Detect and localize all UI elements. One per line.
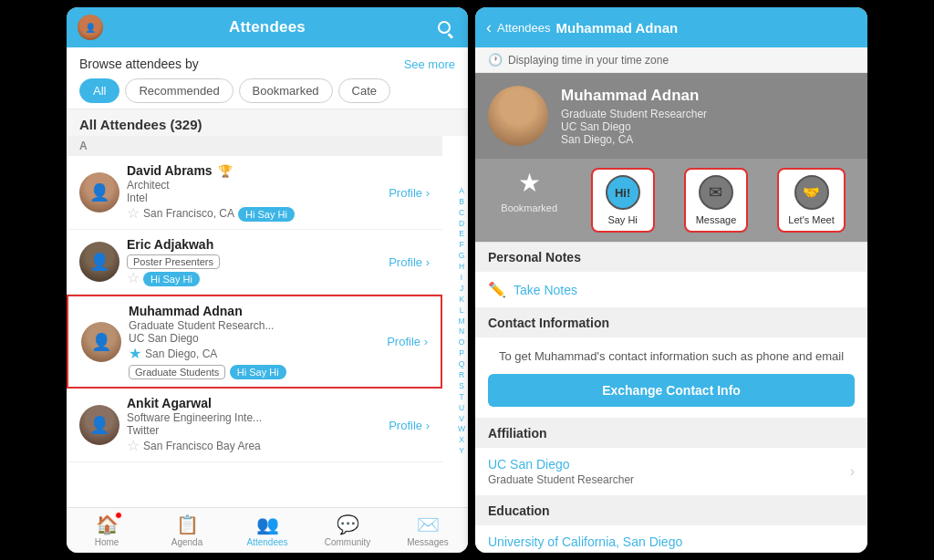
- say-hi-button[interactable]: Hi Say Hi: [238, 207, 295, 222]
- alpha-o[interactable]: O: [457, 337, 466, 348]
- alpha-p[interactable]: P: [457, 348, 466, 359]
- profile-link[interactable]: Profile ›: [387, 335, 428, 348]
- attendee-title: Architect: [127, 179, 381, 192]
- nav-messages[interactable]: ✉️ Messages: [388, 508, 468, 553]
- trophy-icon: 🏆: [218, 164, 233, 178]
- alpha-h[interactable]: H: [457, 262, 466, 273]
- browse-section: Browse attendees by See more All Recomme…: [67, 47, 468, 109]
- profile-location: San Diego, CA: [561, 133, 707, 146]
- affiliation-org-link[interactable]: UC San Diego: [488, 457, 634, 472]
- lets-meet-action[interactable]: 🤝 Let's Meet: [777, 168, 845, 233]
- bookmark-star[interactable]: ★: [129, 345, 141, 362]
- alpha-s[interactable]: S: [457, 381, 466, 392]
- alpha-y[interactable]: Y: [457, 446, 466, 457]
- tab-cate[interactable]: Cate: [338, 78, 390, 103]
- bookmark-action[interactable]: ★ Bookmarked: [497, 168, 561, 233]
- alpha-g[interactable]: G: [457, 251, 466, 262]
- attendees-count: All Attendees (329): [67, 109, 468, 136]
- search-button[interactable]: [431, 15, 457, 40]
- alpha-i[interactable]: I: [457, 273, 466, 284]
- profile-link[interactable]: Profile ›: [389, 419, 430, 432]
- alpha-l[interactable]: L: [457, 306, 466, 316]
- profile-link[interactable]: Profile ›: [389, 255, 430, 269]
- attendee-info: Muhammad Adnan Graduate Student Research…: [121, 304, 387, 379]
- profile-job-title: Graduate Student Researcher: [561, 108, 707, 120]
- profile-body: Personal Notes ✏️ Take Notes Contact Inf…: [475, 243, 867, 553]
- profile-avatar: [488, 86, 548, 146]
- user-avatar[interactable]: 👤: [78, 15, 103, 40]
- message-label: Message: [696, 214, 737, 225]
- alpha-c[interactable]: C: [457, 208, 466, 219]
- profile-top-bar: ‹ Attendees Muhammad Adnan: [475, 7, 867, 47]
- tab-all[interactable]: All: [79, 78, 119, 103]
- attendee-name: Ankit Agarwal: [127, 396, 212, 410]
- alpha-f[interactable]: F: [457, 240, 466, 251]
- say-hi-button[interactable]: Hi Say Hi: [143, 272, 200, 286]
- say-hi-icon: Hi!: [606, 175, 640, 210]
- pencil-icon: ✏️: [488, 281, 506, 298]
- say-hi-label: Say Hi: [607, 214, 637, 225]
- alpha-d[interactable]: D: [457, 219, 466, 230]
- attendee-name: Eric Adjakwah: [127, 237, 213, 252]
- alpha-v[interactable]: V: [457, 414, 466, 425]
- profile-header: Muhammad Adnan Graduate Student Research…: [475, 73, 867, 159]
- say-hi-button[interactable]: Hi Say Hi: [230, 365, 286, 379]
- nav-agenda-label: Agenda: [171, 537, 202, 547]
- take-notes-row: ✏️ Take Notes: [475, 272, 867, 308]
- alpha-t[interactable]: T: [457, 392, 466, 403]
- filter-tabs: All Recommended Bookmarked Cate: [79, 78, 455, 103]
- attendee-title: Software Engineering Inte...: [127, 411, 381, 424]
- back-button[interactable]: ‹ Attendees: [486, 19, 551, 36]
- profile-screen: ‹ Attendees Muhammad Adnan 🕐 Displaying …: [475, 7, 867, 553]
- lets-meet-label: Let's Meet: [788, 214, 834, 225]
- back-label: Attendees: [497, 21, 551, 35]
- alpha-w[interactable]: W: [457, 424, 466, 435]
- take-notes-button[interactable]: Take Notes: [514, 283, 577, 297]
- alpha-header-a: A: [67, 136, 442, 156]
- chevron-right-icon: ›: [850, 463, 855, 480]
- alpha-x[interactable]: X: [457, 435, 466, 446]
- profile-avatar-img: [488, 86, 548, 146]
- nav-home[interactable]: 🏠 Home: [67, 508, 147, 553]
- say-hi-action[interactable]: Hi! Say Hi: [591, 168, 655, 233]
- attendee-name: David Abrams: [127, 163, 213, 178]
- personal-notes-header: Personal Notes: [475, 243, 867, 272]
- list-item: 👤 David Abrams 🏆 Architect Intel ☆ San F…: [67, 156, 442, 230]
- profile-link[interactable]: Profile ›: [389, 186, 430, 200]
- tab-bookmarked[interactable]: Bookmarked: [239, 78, 333, 103]
- timezone-text: Displaying time in your time zone: [508, 54, 669, 67]
- exchange-contact-button[interactable]: Exchange Contact Info: [488, 374, 855, 407]
- see-more-link[interactable]: See more: [404, 57, 455, 71]
- bookmark-star[interactable]: ☆: [127, 269, 140, 286]
- attendees-screen: 👤 Attendees Browse attendees by See more…: [67, 7, 468, 553]
- tab-recommended[interactable]: Recommended: [125, 78, 233, 103]
- affiliation-role: Graduate Student Researcher: [488, 473, 634, 486]
- alpha-e[interactable]: E: [457, 229, 466, 240]
- alpha-k[interactable]: K: [457, 295, 466, 306]
- nav-agenda[interactable]: 📋 Agenda: [147, 508, 227, 553]
- profile-header-info: Muhammad Adnan Graduate Student Research…: [561, 87, 707, 146]
- education-university-link[interactable]: University of California, San Diego: [475, 525, 867, 553]
- bookmark-star[interactable]: ☆: [127, 204, 140, 222]
- browse-label: Browse attendees by: [79, 57, 199, 71]
- bookmark-star[interactable]: ☆: [127, 437, 140, 454]
- bottom-nav: 🏠 Home 📋 Agenda 👥 Attendees 💬 Community …: [67, 507, 468, 553]
- alpha-b[interactable]: B: [457, 197, 466, 208]
- timezone-bar: 🕐 Displaying time in your time zone: [475, 47, 867, 73]
- attendee-company: Twitter: [127, 424, 381, 437]
- alpha-u[interactable]: U: [457, 403, 466, 414]
- attendee-info: Eric Adjakwah Poster Presenters ☆ Hi Say…: [119, 237, 389, 286]
- message-action[interactable]: ✉ Message: [684, 168, 748, 233]
- nav-attendees[interactable]: 👥 Attendees: [227, 508, 307, 553]
- list-item-selected: 👤 Muhammad Adnan Graduate Student Resear…: [67, 295, 442, 389]
- alpha-index: A B C D E F G H I J K L M N O P Q R S T: [455, 136, 468, 507]
- alpha-a[interactable]: A: [457, 186, 466, 197]
- nav-community[interactable]: 💬 Community: [307, 508, 388, 553]
- alpha-r[interactable]: R: [457, 370, 466, 381]
- alpha-q[interactable]: Q: [457, 359, 466, 370]
- alpha-n[interactable]: N: [457, 327, 466, 337]
- alpha-j[interactable]: J: [457, 284, 466, 295]
- alpha-m[interactable]: M: [457, 316, 466, 327]
- attendee-company: Intel: [127, 192, 381, 204]
- attendee-location: ☆ Hi Say Hi: [127, 269, 381, 286]
